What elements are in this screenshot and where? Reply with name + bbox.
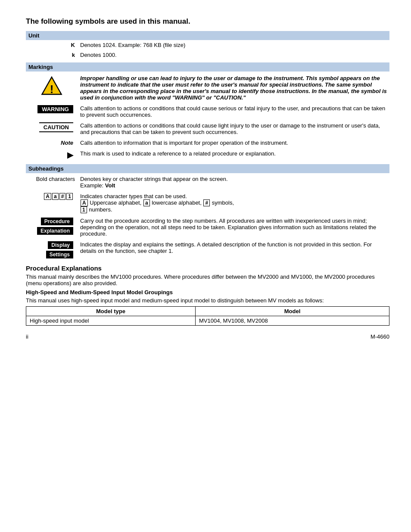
model-table: Model type Model High-speed input model … [26,306,389,326]
high-speed-text: This manual uses high-speed input model … [26,297,389,304]
caution-label-cell: CAUTION [26,120,78,137]
arrow-desc: This mark is used to indicate a referenc… [78,148,389,162]
model-cell-0: MV1004, MV1008, MV2008 [195,316,389,326]
char-box-a-label: a [52,193,59,200]
note-row: Note Calls attention to information that… [26,137,389,148]
unit-section-header: Unit [26,31,389,40]
model-type-cell-0: High-speed input model [26,316,196,326]
high-speed-subhead: High-Speed and Medium-Speed Input Model … [26,289,389,296]
svg-text:!: ! [50,83,54,96]
arrow-symbol-cell: ▶ [26,148,78,162]
markings-section-header: Markings [26,62,389,72]
caution-symbol-row: ! Improper handling or use can lead to i… [26,72,389,103]
procedure-explanation-row: Procedure Explanation Carry out the proc… [26,215,389,239]
char-box-hash-label: # [59,193,66,200]
procedure-badge: Procedure [41,218,73,225]
caution-symbol-text: Improper handling or use can lead to inj… [80,75,387,101]
footer-doc-number: M-4660 [371,333,389,340]
warning-badge: WARNING [37,105,73,113]
char-box-hash-desc: # [203,199,210,206]
procedural-explanations-text: This manual mainly describes the MV1000 … [26,274,389,286]
display-settings-label-cell: Display Settings [26,239,78,260]
unit-header-row: Unit [26,31,389,40]
unit-label-K: K [26,40,78,50]
note-label-cell: Note [26,137,78,148]
caution-row: CAUTION Calls attention to actions or co… [26,120,389,137]
char-types-desc: Indicates character types that can be us… [78,190,389,215]
char-box-a-desc: a [143,199,150,206]
uppercase-text: Uppercase alphabet, [90,199,143,206]
unit-row-K: K Denotes 1024. Example: 768 KB (file si… [26,40,389,50]
caution-badge: CAUTION [39,122,73,132]
numbers-text: numbers. [89,206,112,213]
bold-chars-desc-p1: Denotes key or character strings that ap… [80,176,228,182]
footer: ii M-4660 [26,333,389,340]
model-table-row-0: High-speed input model MV1004, MV1008, M… [26,316,389,326]
bold-chars-desc-p2: Example: [80,182,105,189]
procedure-explanation-desc: Carry out the procedure according to the… [78,215,389,239]
warning-desc: Calls attention to actions or conditions… [78,103,389,120]
symbols-text: symbols, [212,199,234,206]
display-badge: Display [48,241,73,249]
page-main-title: The following symbols are used in this m… [26,17,389,26]
caution-symbol-desc: Improper handling or use can lead to inj… [78,72,389,103]
subheadings-section-header: Subheadings [26,164,389,173]
char-box-1-label: 1 [66,193,73,200]
settings-badge: Settings [46,251,73,258]
model-header: Model [195,307,389,316]
unit-label-k: k [26,50,78,60]
subheadings-header-row: Subheadings [26,164,389,173]
char-box-A-desc: A [81,199,88,206]
warning-triangle-svg: ! [41,75,62,96]
char-box-A-label: A [44,193,51,200]
model-table-header-row: Model type Model [26,307,389,316]
note-desc: Calls attention to information that is i… [78,137,389,148]
bold-chars-example: Volt [105,182,115,189]
warning-row: WARNING Calls attention to actions or co… [26,103,389,120]
unit-row-k: k Denotes 1000. [26,50,389,60]
footer-page-number: ii [26,333,28,340]
display-settings-desc: Indicates the display and explains the s… [78,239,389,260]
bold-chars-label: Bold characters [26,173,78,190]
bold-chars-label-text: Bold characters [36,176,75,182]
char-types-desc-text: Indicates character types that can be us… [80,193,187,199]
char-types-label-cell: Aa#1 [26,190,78,215]
unit-desc-K: Denotes 1024. Example: 768 KB (file size… [78,40,389,50]
bold-chars-desc: Denotes key or character strings that ap… [78,173,389,190]
lowercase-text: lowercase alphabet, [152,199,202,206]
explanation-badge: Explanation [37,227,73,235]
symbols-table: Unit K Denotes 1024. Example: 768 KB (fi… [26,31,389,260]
arrow-row: ▶ This mark is used to indicate a refere… [26,148,389,162]
procedure-explanation-label-cell: Procedure Explanation [26,215,78,239]
warning-label-cell: WARNING [26,103,78,120]
char-types-row: Aa#1 Indicates character types that can … [26,190,389,215]
caution-desc: Calls attention to actions or conditions… [78,120,389,137]
display-settings-row: Display Settings Indicates the display a… [26,239,389,260]
char-box-1-desc: 1 [81,206,87,213]
caution-triangle-icon: ! [26,72,78,103]
procedural-explanations-title: Procedural Explanations [26,264,389,272]
unit-desc-k: Denotes 1000. [78,50,389,60]
note-label: Note [61,140,73,146]
model-type-header: Model type [26,307,196,316]
bold-chars-row: Bold characters Denotes key or character… [26,173,389,190]
markings-header-row: Markings [26,62,389,72]
